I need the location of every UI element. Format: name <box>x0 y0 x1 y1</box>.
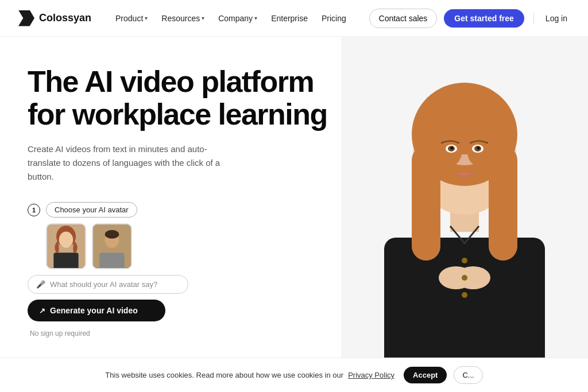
ai-presenter-figure <box>341 37 588 358</box>
avatar-option-female[interactable] <box>46 223 86 269</box>
cookie-close-button[interactable]: C... <box>454 366 482 384</box>
svg-point-21 <box>477 147 480 150</box>
get-started-button[interactable]: Get started free <box>444 9 524 28</box>
chevron-down-icon: ▾ <box>254 15 257 21</box>
cookie-text: This website uses cookies. Read more abo… <box>105 371 343 379</box>
hero-title: The AI video platform for workplace lear… <box>28 65 361 131</box>
svg-rect-15 <box>489 146 517 261</box>
hero-content: The AI video platform for workplace lear… <box>28 60 361 347</box>
cookie-banner: This website uses cookies. Read more abo… <box>0 358 588 392</box>
nav-item-pricing[interactable]: Pricing <box>316 10 352 26</box>
logo[interactable]: Colossyan <box>18 10 91 26</box>
chevron-down-icon: ▾ <box>202 15 204 21</box>
hero-subtitle: Create AI videos from text in minutes an… <box>28 142 223 184</box>
svg-point-20 <box>451 147 454 150</box>
svg-rect-3 <box>53 253 78 269</box>
contact-sales-button[interactable]: Contact sales <box>369 9 438 28</box>
step-number: 1 <box>28 204 40 216</box>
login-button[interactable]: Log in <box>543 9 570 28</box>
demo-widget: 1 Choose your AI avatar <box>28 202 223 337</box>
avatar-selection-row <box>28 223 223 269</box>
nav-actions: Contact sales Get started free Log in <box>369 9 570 28</box>
nav-item-resources[interactable]: Resources ▾ <box>156 10 210 26</box>
microphone-icon: 🎤 <box>36 280 45 289</box>
nav-item-product[interactable]: Product ▾ <box>110 10 153 26</box>
generate-video-button[interactable]: ↗ Generate your AI video <box>28 300 165 321</box>
nav-item-enterprise[interactable]: Enterprise <box>265 10 314 26</box>
avatar-option-male[interactable] <box>92 223 132 269</box>
no-signup-text: No sign up required <box>28 329 223 337</box>
nav-item-company[interactable]: Company ▾ <box>212 10 263 26</box>
svg-rect-7 <box>99 253 124 269</box>
navbar: Colossyan Product ▾ Resources ▾ Company … <box>0 0 588 37</box>
cookie-accept-button[interactable]: Accept <box>404 367 447 383</box>
svg-point-25 <box>462 275 467 281</box>
nav-links: Product ▾ Resources ▾ Company ▾ Enterpri… <box>110 10 369 26</box>
svg-point-2 <box>59 232 74 248</box>
hero-avatar-image <box>341 37 588 358</box>
step-label: 1 Choose your AI avatar <box>28 202 223 218</box>
privacy-policy-link[interactable]: Privacy Policy <box>348 371 394 379</box>
chevron-down-icon: ▾ <box>145 15 148 21</box>
svg-point-23 <box>456 266 490 289</box>
svg-point-24 <box>462 258 467 263</box>
text-input-placeholder-text: What should your AI avatar say? <box>50 280 157 289</box>
logo-icon <box>18 10 34 26</box>
svg-point-6 <box>105 230 119 239</box>
nav-divider <box>533 13 534 24</box>
avatar-text-input[interactable]: 🎤 What should your AI avatar say? <box>28 275 188 294</box>
hero-section: The AI video platform for workplace lear… <box>0 37 588 358</box>
logo-text: Colossyan <box>39 12 91 24</box>
choose-avatar-button[interactable]: Choose your AI avatar <box>46 202 137 218</box>
svg-point-26 <box>462 292 467 298</box>
svg-rect-14 <box>412 146 440 261</box>
generate-icon: ↗ <box>39 306 45 315</box>
